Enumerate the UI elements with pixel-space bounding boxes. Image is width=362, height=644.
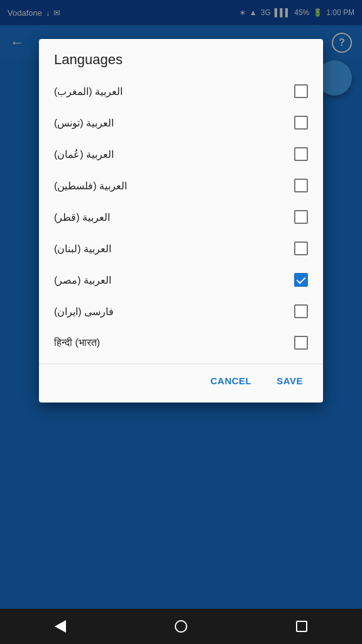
language-name: العربية (قطر) bbox=[54, 211, 110, 223]
language-checkbox[interactable] bbox=[294, 273, 308, 287]
language-item[interactable]: العربية (لبنان) bbox=[39, 233, 323, 264]
home-circle-icon bbox=[175, 620, 187, 633]
dialog-actions: CANCEL SAVE bbox=[39, 364, 323, 402]
back-arrow-icon bbox=[55, 620, 66, 633]
language-item[interactable]: العربية (فلسطين) bbox=[39, 170, 323, 201]
language-item[interactable]: العربية (مصر) bbox=[39, 264, 323, 296]
language-item[interactable]: العربية (المغرب) bbox=[39, 75, 323, 107]
language-checkbox[interactable] bbox=[294, 304, 308, 318]
language-checkbox[interactable] bbox=[294, 116, 308, 130]
nav-home-button[interactable] bbox=[166, 611, 196, 641]
language-checkbox[interactable] bbox=[294, 179, 308, 192]
language-item[interactable]: العربية (قطر) bbox=[39, 201, 323, 233]
language-checkbox[interactable] bbox=[294, 336, 308, 350]
language-checkbox[interactable] bbox=[294, 84, 308, 98]
language-name: العربية (فلسطين) bbox=[54, 180, 127, 192]
language-name: فارسى (ایران) bbox=[54, 306, 114, 318]
language-name: हिन्दी (भारत) bbox=[54, 337, 100, 348]
dialog-title: Languages bbox=[39, 39, 323, 75]
language-name: العربية (مصر) bbox=[54, 274, 111, 286]
language-name: العربية (عُمان) bbox=[54, 148, 114, 160]
cancel-button[interactable]: CANCEL bbox=[200, 369, 262, 392]
nav-recent-button[interactable] bbox=[287, 611, 317, 641]
language-item[interactable]: العربية (تونس) bbox=[39, 107, 323, 138]
language-item[interactable]: العربية (عُمان) bbox=[39, 138, 323, 170]
save-button[interactable]: SAVE bbox=[266, 369, 313, 392]
language-checkbox[interactable] bbox=[294, 147, 308, 161]
language-name: العربية (المغرب) bbox=[54, 86, 123, 97]
language-name: العربية (لبنان) bbox=[54, 243, 111, 255]
language-item[interactable]: فارسى (ایران) bbox=[39, 296, 323, 327]
nav-back-button[interactable] bbox=[45, 611, 75, 641]
language-list: العربية (المغرب)العربية (تونس)العربية (ع… bbox=[39, 75, 323, 364]
language-name: العربية (تونس) bbox=[54, 117, 114, 129]
navigation-bar bbox=[0, 609, 362, 644]
language-checkbox[interactable] bbox=[294, 242, 308, 255]
language-checkbox[interactable] bbox=[294, 210, 308, 224]
recent-square-icon bbox=[296, 621, 307, 632]
language-dialog: Languages العربية (المغرب)العربية (تونس)… bbox=[39, 39, 323, 402]
language-item[interactable]: हिन्दी (भारत) bbox=[39, 327, 323, 358]
